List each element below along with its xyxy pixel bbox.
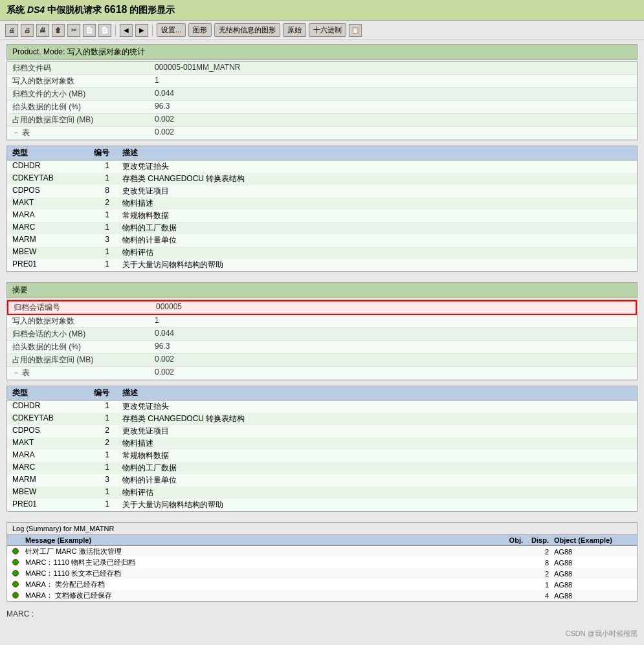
nav-right-icon[interactable]: ▶ <box>135 24 148 37</box>
trash-icon[interactable]: 🗑 <box>52 24 65 37</box>
col-header-type2: 类型 <box>12 388 90 399</box>
log-title: Log (Summary) for MM_MATNR <box>7 523 637 535</box>
col-header-type: 类型 <box>12 148 90 159</box>
label-db-space2: 占用的数据库空间 (MB) <box>12 355 155 366</box>
table-row: CDPOS 8 史改凭证项目 <box>7 185 637 197</box>
title-ds4: DS4 <box>27 5 45 15</box>
value-session-size: 0.044 <box>155 329 174 340</box>
section1-header: Product. Mode: 写入的数据对象的统计 <box>6 44 638 60</box>
summary-row-highlighted: 归档会话编号 000005 <box>7 300 637 315</box>
settings-button[interactable]: 设置... <box>157 23 186 37</box>
value-header-ratio: 96.3 <box>155 102 170 113</box>
label-write-count: 写入的数据对象数 <box>12 76 155 87</box>
log-col-header-disp: Disp. <box>528 536 554 544</box>
info-row-5: － 表 0.002 <box>7 127 637 140</box>
green-dot-icon <box>12 570 25 578</box>
watermark: CSDN @我小时候很黑 <box>566 629 638 639</box>
table-row: PRE01 1 关于大量访问物料结构的帮助 <box>7 499 637 511</box>
title-num: 6618 <box>104 4 128 15</box>
print5-icon[interactable]: 📄 <box>98 24 111 37</box>
log-col-header-obj: Obj. <box>489 536 528 544</box>
log-col-header-object: Object (Example) <box>554 536 632 544</box>
hex-button[interactable]: 十六进制 <box>309 23 346 37</box>
info-row-s2: 归档会话的大小 (MB) 0.044 <box>7 328 637 341</box>
table-row: MBEW 1 物料评估 <box>7 246 637 259</box>
section1-info-block: 归档文件码 000005-001MM_MATNR 写入的数据对象数 1 归档文件… <box>6 61 638 140</box>
table-row: MARM 3 物料的计量单位 <box>7 474 637 486</box>
green-dot-icon <box>12 559 25 567</box>
nav-left-icon[interactable]: ◀ <box>120 24 133 37</box>
section2-header: 摘要 <box>6 282 638 298</box>
table-row: MARC 1 物料的工厂数据 <box>7 462 637 474</box>
col-header-num: 编号 <box>90 148 122 159</box>
title-bar: 系统 DS4 中假脱机请求 6618 的图形显示 <box>0 0 644 21</box>
table-row: MARC 1 物料的工厂数据 <box>7 222 637 234</box>
info-row-s4: 占用的数据库空间 (MB) 0.002 <box>7 354 637 367</box>
value-db-space: 0.002 <box>155 115 174 126</box>
table-row: MBEW 1 物料评估 <box>7 486 637 499</box>
value-db-space2: 0.002 <box>155 355 174 366</box>
green-dot-icon <box>12 581 25 589</box>
title-prefix: 系统 <box>6 5 27 15</box>
info-row-s5: － 表 0.002 <box>7 367 637 380</box>
value-file-size: 0.044 <box>155 89 174 100</box>
table-row: CDKEYTAB 1 存档类 CHANGEDOCU 转换表结构 <box>7 173 637 185</box>
section1-table-header: 类型 编号 描述 <box>7 146 637 160</box>
unstructured-button[interactable]: 无结构信息的图形 <box>214 23 280 37</box>
title-middle: 中假脱机请求 <box>45 5 104 15</box>
table-row: MAKT 2 物料描述 <box>7 437 637 450</box>
section2-info-block: 归档会话编号 000005 写入的数据对象数 1 归档会话的大小 (MB) 0.… <box>6 300 638 380</box>
section2-table: 类型 编号 描述 CDHDR 1 更改凭证抬头 CDKEYTAB 1 存档类 C… <box>6 386 638 512</box>
section2-table-header: 类型 编号 描述 <box>7 386 637 400</box>
log-col-header-icon <box>12 536 25 544</box>
copy-icon[interactable]: 📋 <box>349 24 362 37</box>
col-header-num2: 编号 <box>90 388 122 399</box>
label-write-count2: 写入的数据对象数 <box>12 316 155 327</box>
log-header: Message (Example) Obj. Disp. Object (Exa… <box>7 535 637 546</box>
table-row: MARA 1 常规物料数据 <box>7 210 637 222</box>
table-row: CDPOS 2 更改凭证项目 <box>7 425 637 437</box>
title-suffix: 的图形显示 <box>128 5 175 15</box>
print3-icon[interactable]: 🖶 <box>36 24 49 37</box>
label-db-space: 占用的数据库空间 (MB) <box>12 115 155 126</box>
label-archiv-code: 归档文件码 <box>12 63 155 74</box>
sep2 <box>152 25 153 36</box>
info-row-4: 占用的数据库空间 (MB) 0.002 <box>7 114 637 127</box>
log-row: 针对工厂 MARC 激活批次管理 2 AG88 <box>7 546 637 557</box>
table-row: CDHDR 1 更改凭证抬头 <box>7 400 637 413</box>
label-header-ratio: 抬头数据的比例 (%) <box>12 102 155 113</box>
info-row-0: 归档文件码 000005-001MM_MATNR <box>7 62 637 75</box>
label-table: － 表 <box>12 127 155 138</box>
log-row: MARA： 文档修改已经保存 4 AG88 <box>7 590 637 601</box>
label-session-size: 归档会话的大小 (MB) <box>12 329 155 340</box>
value-write-count: 1 <box>155 76 159 87</box>
original-button[interactable]: 原始 <box>283 23 306 37</box>
value-session-num: 000005 <box>156 302 182 313</box>
log-section: Log (Summary) for MM_MATNR Message (Exam… <box>6 522 638 602</box>
table-row: CDHDR 1 更改凭证抬头 <box>7 160 637 173</box>
value-table2: 0.002 <box>155 367 174 378</box>
col-header-desc2: 描述 <box>122 388 632 399</box>
value-header-ratio2: 96.3 <box>155 342 170 353</box>
table-row: MARM 3 物料的计量单位 <box>7 234 637 246</box>
scissors-icon[interactable]: ✂ <box>67 24 80 37</box>
info-row-s3: 抬头数据的比例 (%) 96.3 <box>7 341 637 354</box>
table-row: MARA 1 常规物料数据 <box>7 450 637 462</box>
print4-icon[interactable]: 📄 <box>83 24 96 37</box>
graph-button[interactable]: 图形 <box>188 23 212 37</box>
green-dot-icon <box>12 592 25 600</box>
table-row: CDKEYTAB 1 存档类 CHANGEDOCU 转换表结构 <box>7 413 637 425</box>
label-header-ratio2: 抬头数据的比例 (%) <box>12 342 155 353</box>
info-row-3: 抬头数据的比例 (%) 96.3 <box>7 101 637 114</box>
info-row-s1: 写入的数据对象数 1 <box>7 315 637 328</box>
print2-icon[interactable]: 🖨 <box>21 24 34 37</box>
toolbar: 🖨 🖨 🖶 🗑 ✂ 📄 📄 ◀ ▶ 设置... 图形 无结构信息的图形 原始 十… <box>0 21 644 40</box>
marc-label-area: MARC : <box>6 607 638 621</box>
print1-icon[interactable]: 🖨 <box>5 24 18 37</box>
label-file-size: 归档文件的大小 (MB) <box>12 89 155 100</box>
log-col-header-msg: Message (Example) <box>25 536 489 544</box>
log-row: MARC：1110 物料主记录已经归档 8 AG88 <box>7 557 637 568</box>
section1-table: 类型 编号 描述 CDHDR 1 更改凭证抬头 CDKEYTAB 1 存档类 C… <box>6 146 638 272</box>
log-row: MARC：1110 长文本已经存档 2 AG88 <box>7 568 637 579</box>
info-row-2: 归档文件的大小 (MB) 0.044 <box>7 88 637 101</box>
